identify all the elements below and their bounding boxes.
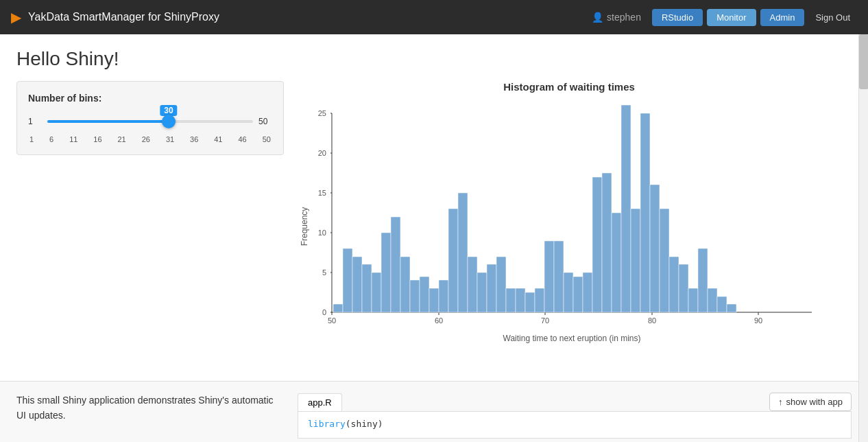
- scrollbar[interactable]: [858, 34, 868, 442]
- bottom-description: This small Shiny application demonstrate…: [16, 393, 284, 442]
- yakdata-logo-icon: ▶: [11, 9, 21, 25]
- svg-rect-29: [362, 264, 372, 312]
- slider-label: Number of bins:: [28, 93, 272, 104]
- svg-rect-67: [727, 304, 736, 312]
- svg-text:10: 10: [318, 229, 326, 237]
- svg-rect-42: [487, 264, 496, 312]
- svg-rect-32: [391, 217, 400, 312]
- chart-area: Frequency 0 5 10 15: [298, 100, 841, 353]
- svg-rect-60: [660, 209, 669, 312]
- rstudio-button[interactable]: RStudio: [652, 9, 703, 26]
- svg-rect-47: [535, 288, 544, 312]
- show-with-app-label: show with app: [786, 397, 843, 407]
- svg-rect-57: [631, 209, 640, 312]
- admin-button[interactable]: Admin: [760, 9, 805, 26]
- svg-rect-48: [544, 241, 554, 312]
- library-call: (shiny): [346, 419, 383, 429]
- svg-rect-58: [640, 113, 650, 312]
- svg-rect-62: [679, 264, 688, 312]
- svg-text:20: 20: [318, 149, 326, 157]
- svg-rect-61: [669, 257, 679, 312]
- svg-rect-43: [496, 257, 506, 312]
- main-content: Hello Shiny! Number of bins: 1 30 50 1 6…: [0, 34, 857, 367]
- slider-thumb[interactable]: [162, 115, 176, 128]
- signout-button[interactable]: Sign Out: [808, 9, 857, 26]
- histogram-bars: [333, 105, 736, 312]
- scrollbar-thumb[interactable]: [859, 34, 868, 89]
- user-info: 👤 stephen: [592, 12, 641, 23]
- svg-text:60: 60: [435, 316, 443, 325]
- svg-rect-63: [688, 288, 698, 312]
- svg-rect-46: [525, 292, 535, 312]
- bottom-section: This small Shiny application demonstrate…: [0, 381, 868, 442]
- histogram-svg: Frequency 0 5 10 15: [298, 100, 832, 353]
- svg-text:15: 15: [318, 189, 326, 197]
- svg-rect-49: [554, 241, 564, 312]
- svg-rect-39: [458, 193, 468, 312]
- svg-rect-33: [400, 257, 410, 312]
- svg-text:0: 0: [322, 308, 326, 316]
- svg-text:5: 5: [322, 268, 326, 277]
- svg-text:Frequency: Frequency: [300, 207, 309, 246]
- content-row: Number of bins: 1 30 50 1 6 11 16 21 26: [16, 81, 841, 353]
- svg-rect-30: [372, 272, 381, 312]
- svg-text:25: 25: [318, 109, 326, 117]
- svg-text:50: 50: [328, 316, 336, 325]
- svg-text:70: 70: [541, 316, 549, 325]
- code-tabs-row: app.R ↑ show with app: [298, 393, 852, 411]
- slider-max-label: 50: [258, 117, 272, 126]
- svg-rect-36: [429, 288, 439, 312]
- svg-rect-51: [573, 277, 583, 312]
- slider-container[interactable]: 30: [47, 110, 253, 132]
- svg-rect-45: [516, 288, 525, 312]
- svg-rect-34: [410, 280, 420, 312]
- app-r-tab[interactable]: app.R: [298, 393, 342, 411]
- svg-rect-28: [352, 257, 362, 312]
- show-with-app-icon: ↑: [778, 397, 783, 407]
- svg-rect-37: [439, 280, 448, 312]
- username-label: stephen: [607, 12, 641, 23]
- svg-rect-50: [564, 272, 573, 312]
- monitor-button[interactable]: Monitor: [707, 9, 756, 26]
- svg-rect-59: [650, 185, 660, 312]
- svg-rect-66: [717, 296, 727, 312]
- svg-rect-40: [468, 257, 477, 312]
- svg-rect-26: [333, 304, 343, 312]
- header-buttons: RStudio Monitor Admin Sign Out: [652, 9, 857, 26]
- slider-tick-labels: 1 6 11 16 21 26 31 36 41 46 50: [28, 135, 272, 143]
- svg-rect-27: [343, 248, 352, 312]
- header: ▶ YakData SmartManager for ShinyProxy 👤 …: [0, 0, 868, 34]
- svg-rect-65: [708, 288, 717, 312]
- svg-rect-55: [612, 213, 621, 312]
- code-block: library(shiny): [298, 411, 852, 439]
- slider-row: 1 30 50: [28, 110, 272, 132]
- svg-rect-31: [381, 233, 391, 312]
- chart-panel: Histogram of waiting times Frequency 0 5: [298, 81, 841, 353]
- svg-rect-64: [698, 248, 708, 312]
- page-title: Hello Shiny!: [16, 48, 841, 70]
- sidebar-panel: Number of bins: 1 30 50 1 6 11 16 21 26: [16, 81, 284, 155]
- library-keyword: library: [308, 419, 346, 429]
- svg-rect-38: [448, 209, 458, 312]
- description-text-1: This small Shiny application demonstrate…: [16, 393, 284, 423]
- slider-track: [47, 120, 253, 123]
- svg-rect-41: [477, 272, 487, 312]
- chart-title: Histogram of waiting times: [298, 81, 841, 93]
- svg-rect-56: [621, 105, 631, 312]
- svg-text:90: 90: [754, 316, 762, 325]
- slider-fill: [47, 120, 169, 123]
- slider-min-label: 1: [28, 117, 42, 126]
- code-panel: app.R ↑ show with app library(shiny): [298, 393, 852, 442]
- svg-text:80: 80: [648, 316, 656, 325]
- svg-rect-53: [592, 177, 602, 312]
- show-with-app-button[interactable]: ↑ show with app: [769, 393, 852, 411]
- svg-rect-44: [506, 288, 516, 312]
- svg-rect-52: [583, 272, 592, 312]
- user-icon: 👤: [592, 12, 603, 23]
- svg-rect-54: [602, 173, 612, 312]
- app-title: YakData SmartManager for ShinyProxy: [28, 11, 592, 23]
- svg-rect-35: [420, 277, 429, 312]
- svg-text:Waiting time to next eruption : Waiting time to next eruption (in mins): [503, 334, 641, 343]
- description-text-2: Move the Number of bins slider and notic…: [16, 439, 284, 442]
